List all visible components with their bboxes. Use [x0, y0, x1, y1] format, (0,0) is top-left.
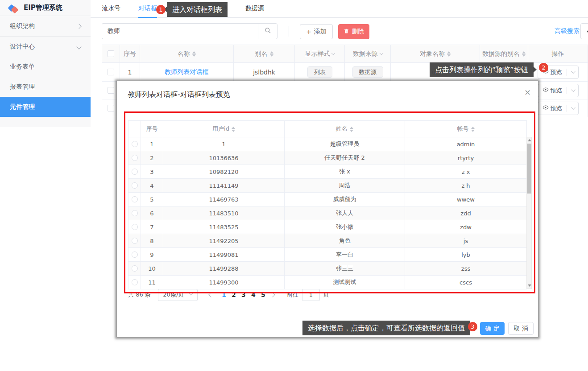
scroll-up-icon[interactable] — [528, 139, 531, 141]
chevron-down-icon[interactable] — [571, 105, 575, 110]
row-radio[interactable] — [132, 182, 138, 189]
confirm-button[interactable]: 确 定 — [480, 322, 505, 335]
row-radio[interactable] — [132, 279, 138, 285]
seq-cell: 5 — [141, 193, 163, 206]
page-number-3[interactable]: 3 — [239, 291, 248, 298]
sidebar-item-1[interactable]: 组织架构 — [0, 16, 91, 36]
name-cell: 张小微 — [285, 220, 405, 234]
button-divider — [567, 87, 567, 94]
preview-table-row[interactable]: 11超级管理员admin — [128, 137, 527, 151]
row-radio[interactable] — [132, 169, 138, 175]
preview-button[interactable]: 预览 — [538, 102, 579, 115]
sidebar-item-3[interactable]: 业务表单 — [0, 57, 91, 77]
scrollbar-thumb[interactable] — [527, 144, 531, 194]
row-radio[interactable] — [132, 155, 138, 161]
account-cell: zss — [405, 262, 527, 276]
tab-1[interactable]: 流水号 — [102, 4, 120, 12]
preview-table-row[interactable]: 511469763威威额为wwew — [128, 193, 527, 206]
page-number-2[interactable]: 2 — [229, 291, 239, 298]
name-cell: 测试测试 — [285, 276, 405, 289]
sort-caret-icon[interactable] — [270, 51, 273, 57]
main-column-header: 数据来源 — [345, 45, 391, 63]
sort-caret-icon[interactable] — [350, 127, 353, 132]
userid-cell: 11499300 — [163, 276, 285, 289]
preview-table-row[interactable]: 711483525张小微zdw — [128, 220, 527, 234]
preview-button[interactable]: 预览 — [538, 84, 579, 97]
table-scrollbar[interactable] — [526, 137, 532, 289]
dialog-name-link[interactable]: 教师列表对话框 — [165, 68, 208, 75]
annotation-step1-tooltip: 进入对话框列表 — [167, 2, 228, 17]
row-radio[interactable] — [132, 224, 138, 230]
preview-table-row[interactable]: 611483510张大大zdd — [128, 206, 527, 220]
cancel-button[interactable]: 取 消 — [508, 322, 534, 335]
preview-table-row[interactable]: 210136636任天野任天野 2rtyrty — [128, 151, 527, 165]
eye-icon — [542, 104, 551, 112]
preview-table-row[interactable]: 911499081李一白lyb — [128, 248, 527, 262]
userid-cell: 11492205 — [163, 234, 285, 248]
tab-2[interactable]: 对话框 — [138, 4, 157, 12]
row-checkbox[interactable] — [108, 105, 114, 111]
row-radio[interactable] — [132, 141, 138, 147]
preview-table-row[interactable]: 411141149周浩z h — [128, 179, 527, 193]
sidebar-item-5[interactable]: 元件管理 — [0, 97, 91, 117]
delete-button[interactable]: 删除 — [338, 24, 369, 39]
scroll-down-icon[interactable] — [528, 284, 531, 287]
preview-table-row[interactable]: 310982120张 xz x — [128, 165, 527, 179]
preview-table-row[interactable]: 1111499300测试测试cscs — [128, 276, 527, 289]
row-radio[interactable] — [132, 265, 138, 272]
advanced-search-link[interactable]: 高级搜索 — [555, 27, 580, 35]
add-button[interactable]: + 添加 — [300, 24, 333, 39]
preview-table-row[interactable]: 811492205角色js — [128, 234, 527, 248]
sort-caret-icon[interactable] — [522, 51, 526, 57]
row-checkbox[interactable] — [108, 87, 114, 94]
annotation-step3-tooltip: 选择数据后，点击确定，可查看所选数据的返回值 — [302, 321, 470, 335]
account-cell: zdw — [405, 220, 527, 234]
goto-page-input[interactable] — [302, 289, 320, 301]
name-cell: 张 x — [285, 165, 405, 179]
action-cell: 预览 — [528, 63, 588, 82]
page-size-select[interactable]: 20条/页 — [158, 289, 198, 301]
row-radio[interactable] — [132, 251, 138, 258]
chevron-down-icon[interactable] — [571, 87, 575, 92]
preview-button-label: 预览 — [551, 68, 562, 76]
plus-icon: + — [306, 28, 311, 35]
close-icon[interactable]: × — [524, 88, 531, 96]
sort-caret-icon[interactable] — [447, 51, 451, 57]
userid-cell: 11141149 — [163, 179, 285, 193]
chevron-down-icon[interactable] — [380, 51, 383, 54]
row-radio[interactable] — [132, 238, 138, 244]
select-all-checkbox[interactable] — [108, 50, 114, 57]
radio-cell — [128, 262, 141, 276]
sidebar-item-2[interactable]: 设计中心 — [0, 37, 91, 57]
name-cell: 超级管理员 — [285, 137, 405, 151]
row-radio[interactable] — [132, 210, 138, 216]
page-number-5[interactable]: 5 — [258, 291, 268, 298]
gear-icon — [586, 27, 588, 36]
search-button[interactable] — [258, 23, 277, 39]
chevron-down-icon[interactable] — [571, 69, 575, 74]
sidebar-item-4[interactable]: 报表管理 — [0, 77, 91, 97]
pagination-total: 共 86 条 — [128, 291, 151, 299]
userid-cell: 11483525 — [163, 220, 285, 234]
settings-button[interactable] — [580, 23, 588, 39]
row-checkbox[interactable] — [108, 69, 114, 75]
preview-table-head: 序号用户id姓名帐号 — [128, 121, 527, 137]
page-number-1[interactable]: 1 — [219, 291, 229, 298]
row-radio[interactable] — [132, 196, 138, 202]
account-cell: z x — [405, 165, 527, 179]
sort-caret-icon[interactable] — [232, 127, 235, 132]
page-number-4[interactable]: 4 — [248, 291, 258, 298]
chevron-down-icon[interactable] — [331, 51, 335, 54]
next-page-icon[interactable] — [270, 292, 275, 297]
main-column-header: 显示样式 — [295, 45, 345, 63]
userid-cell: 10982120 — [163, 165, 285, 179]
search-input[interactable] — [102, 23, 258, 39]
sort-caret-icon[interactable] — [192, 51, 196, 57]
prev-page-icon[interactable] — [208, 292, 213, 297]
tab-4[interactable]: 数据源 — [245, 4, 264, 12]
sort-caret-icon[interactable] — [471, 127, 475, 132]
preview-table-row[interactable]: 1011499288张三三zss — [128, 262, 527, 276]
name-cell: 张大大 — [285, 206, 405, 220]
goto-prefix: 前往 — [287, 291, 298, 299]
pagination: 共 86 条 20条/页 12345 前往 页 — [128, 288, 329, 301]
